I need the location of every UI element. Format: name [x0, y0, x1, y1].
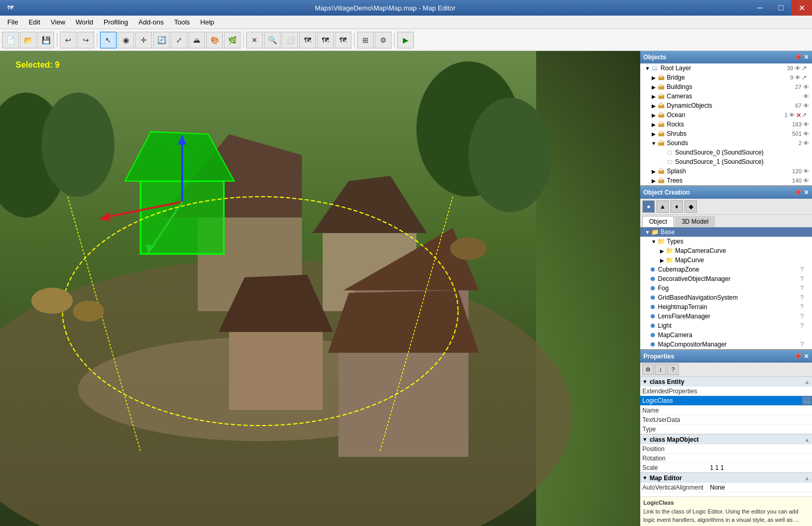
expand-base[interactable]: ▼ [644, 229, 651, 235]
tree-item-splash[interactable]: ▶ 🏔 Splash 120 👁 [640, 166, 812, 176]
help-fog[interactable]: ? [800, 285, 804, 292]
tree-item-sounds[interactable]: ▼ 🏔 Sounds 2 👁 [640, 138, 812, 148]
objects-panel-close[interactable]: ✕ [804, 54, 809, 61]
expand-mapcurve[interactable]: ▶ [659, 258, 665, 263]
tool-new[interactable]: 📄 [2, 32, 19, 48]
tree-item-fog[interactable]: Fog ? [640, 284, 812, 293]
eye-bridge[interactable]: 👁 [793, 74, 802, 81]
section-class-entity[interactable]: ▼ class Entity ▲ [640, 376, 812, 387]
menu-help[interactable]: Help [195, 17, 220, 27]
tree-item-mapcamera[interactable]: MapCamera [640, 330, 812, 340]
collapse-map-editor[interactable]: ▲ [804, 475, 810, 481]
tool-map3[interactable]: 🗺 [335, 32, 351, 48]
menu-world[interactable]: World [70, 17, 98, 27]
tree-item-decorativeobjectmanager[interactable]: DecorativeObjectManager ? [640, 274, 812, 284]
arrow-bridge[interactable]: ↗ [802, 74, 810, 81]
tool-map1[interactable]: 🗺 [299, 32, 316, 48]
prop-type[interactable]: Type [640, 425, 812, 434]
tree-item-gridbasednavigationsystem[interactable]: GridBasedNavigationSystem ? [640, 293, 812, 302]
tool-terrain[interactable]: ⛰ [188, 32, 205, 48]
props-tool-help[interactable]: ? [667, 364, 679, 375]
help-lensflaremanager[interactable]: ? [800, 313, 804, 320]
tree-item-cubemapzone[interactable]: CubemapZone ? [640, 265, 812, 274]
tool-search[interactable]: 🔍 [264, 32, 281, 48]
prop-rotation[interactable]: Rotation [640, 454, 812, 463]
tree-item-trees[interactable]: ▶ 🏔 Trees 140 👁 [640, 176, 812, 185]
creation-icon-3[interactable]: ♦ [670, 200, 683, 213]
tool-paint[interactable]: 🎨 [206, 32, 223, 48]
eye-root-layer[interactable]: 👁 [793, 65, 802, 71]
tree-item-light[interactable]: Light ? [640, 321, 812, 330]
prop-position[interactable]: Position [640, 444, 812, 454]
tab-object[interactable]: Object [642, 216, 674, 227]
menu-view[interactable]: View [45, 17, 70, 27]
tree-item-soundsource0[interactable]: □ SoundSource_0 (SoundSource) [640, 148, 812, 157]
propbtn-logicclass[interactable]: ... [802, 396, 812, 405]
expand-dynamicobjects[interactable]: ▶ [651, 103, 657, 109]
tree-item-shrubs[interactable]: ▶ 🏔 Shrubs 501 👁 [640, 129, 812, 138]
tool-open[interactable]: 📂 [20, 32, 36, 48]
expand-cameras[interactable]: ▶ [651, 94, 657, 99]
prop-autoverticalalignment[interactable]: AutoVerticalAlignment None [640, 483, 812, 492]
menu-profiling[interactable]: Profiling [98, 17, 133, 27]
maximize-button[interactable]: □ [770, 0, 791, 16]
expand-root-layer[interactable]: ▼ [644, 66, 651, 71]
eye-ocean[interactable]: 👁 [788, 112, 796, 118]
expand-types[interactable]: ▼ [651, 239, 657, 245]
properties-panel-pin[interactable]: 📌 [794, 353, 802, 360]
eye-cameras[interactable]: 👁 [802, 93, 810, 99]
tree-item-soundsource1[interactable]: □ SoundSource_1 (SoundSource) [640, 157, 812, 166]
tool-move[interactable]: ✛ [135, 32, 152, 48]
viewport[interactable]: Selected: 9 [0, 51, 640, 526]
creation-icon-2[interactable]: ▲ [656, 200, 669, 213]
tree-item-dynamicobjects[interactable]: ▶ 🏔 DynamicObjects 67 👁 [640, 101, 812, 110]
help-mapcompositormanager[interactable]: ? [800, 341, 804, 348]
menu-file[interactable]: File [2, 17, 23, 27]
menu-tools[interactable]: Tools [169, 17, 195, 27]
properties-tree[interactable]: ▼ class Entity ▲ ExtendedProperties Logi… [640, 376, 812, 496]
tree-item-root-layer[interactable]: ▼ 🗂 Root Layer 39 👁 ↗ [640, 63, 812, 73]
expand-splash[interactable]: ▶ [651, 169, 657, 174]
tool-redo[interactable]: ↪ [78, 32, 94, 48]
creation-icon-4[interactable]: ◆ [684, 200, 697, 213]
tree-item-base[interactable]: ▼ 📁 Base [640, 227, 812, 237]
objects-tree[interactable]: ▼ 🗂 Root Layer 39 👁 ↗ ▶ 🏔 Bridge 9 👁 ↗ [640, 63, 812, 185]
expand-bridge[interactable]: ▶ [651, 75, 657, 81]
tool-delete[interactable]: ✕ [246, 32, 263, 48]
tree-item-ocean[interactable]: ▶ 🏔 Ocean 1 👁 ✕ ↗ [640, 110, 812, 120]
expand-trees[interactable]: ▶ [651, 178, 657, 184]
tree-item-bridge[interactable]: ▶ 🏔 Bridge 9 👁 ↗ [640, 73, 812, 82]
delete-ocean[interactable]: ✕ [796, 111, 802, 119]
tool-settings[interactable]: ⚙ [375, 32, 391, 48]
tree-item-heightmapterrain[interactable]: HeightmapTerrain ? [640, 302, 812, 312]
expand-buildings[interactable]: ▶ [651, 84, 657, 90]
help-cubemapzone[interactable]: ? [800, 266, 804, 273]
prop-logicclass[interactable]: LogicClass ... [640, 396, 812, 406]
help-gridbasednavigationsystem[interactable]: ? [800, 294, 804, 301]
eye-sounds[interactable]: 👁 [802, 140, 810, 146]
tool-snapshot[interactable]: ⬜ [282, 32, 298, 48]
objects-panel-pin[interactable]: 📌 [794, 54, 802, 61]
tool-foliage[interactable]: 🌿 [224, 32, 240, 48]
tool-scale[interactable]: ⤢ [171, 32, 187, 48]
section-class-mapobject[interactable]: ▼ class MapObject ▲ [640, 434, 812, 444]
tab-3d-model[interactable]: 3D Model [675, 216, 715, 227]
tree-item-mapcurve[interactable]: ▶ 📁 MapCurve [640, 255, 812, 265]
eye-trees[interactable]: 👁 [802, 177, 810, 184]
section-map-editor[interactable]: ▼ Map Editor ▲ [640, 472, 812, 483]
collapse-class-entity[interactable]: ▲ [804, 379, 810, 385]
tree-item-cameras[interactable]: ▶ 🏔 Cameras 👁 [640, 92, 812, 101]
menu-addons[interactable]: Add-ons [133, 17, 169, 27]
tool-save[interactable]: 💾 [37, 32, 54, 48]
creation-icon-1[interactable]: ● [642, 200, 655, 213]
eye-shrubs[interactable]: 👁 [802, 131, 810, 137]
props-tool-2[interactable]: ↕ [655, 364, 666, 375]
eye-rocks[interactable]: 👁 [802, 121, 810, 127]
tool-undo[interactable]: ↩ [60, 32, 77, 48]
expand-shrubs[interactable]: ▶ [651, 131, 657, 137]
expand-mapcameracurve[interactable]: ▶ [659, 248, 665, 254]
expand-ocean[interactable]: ▶ [651, 112, 657, 118]
arrow-ocean[interactable]: ↗ [802, 111, 810, 119]
arrow-root-layer[interactable]: ↗ [802, 65, 810, 72]
expand-rocks[interactable]: ▶ [651, 122, 657, 127]
